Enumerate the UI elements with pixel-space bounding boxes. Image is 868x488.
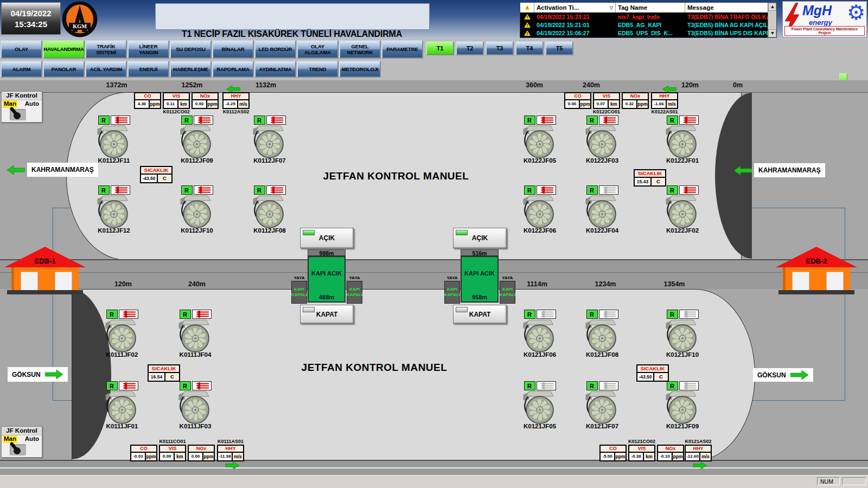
sensor-title: NOx xyxy=(189,446,214,453)
nav-button-parametre[interactable]: PARAMETRE xyxy=(381,40,423,59)
fan-id-label: K0122JF03 xyxy=(586,157,618,164)
direction-arrow-icon xyxy=(733,165,752,176)
fan-id-label: K0112JF12 xyxy=(98,227,130,234)
man-auto-toggle[interactable] xyxy=(2,108,42,122)
distance-marker: 0m xyxy=(733,81,743,89)
nav-button-havalandirma[interactable]: HAVALANDIRMA xyxy=(43,40,85,59)
alarm-row[interactable]: 04/19/2022 15:23:21nis7_kapi_trafoT3(EDB… xyxy=(520,12,768,21)
pedestrian-door-right: YAYAKAPI KAPALI xyxy=(500,275,515,304)
jetfan-k0122jf03[interactable]: R xyxy=(578,115,627,164)
door-open-button[interactable]: AÇIK xyxy=(453,228,507,248)
temperature-title: SICAKLIK xyxy=(635,170,665,178)
jetfan-k0121jf10[interactable]: R xyxy=(658,310,707,358)
nav-button-li-neer-yangin[interactable]: LİNEER YANGIN xyxy=(127,40,169,59)
fan-run-badge: R xyxy=(180,381,191,390)
jetfan-k0121jf09[interactable]: R xyxy=(658,381,707,429)
jetfan-k0121jf05[interactable]: R xyxy=(515,381,564,429)
jetfan-k0111jf01[interactable]: R xyxy=(98,381,146,429)
nav-button-aci-l-yardim[interactable]: ACİL YARDIM xyxy=(85,61,127,78)
building-door xyxy=(792,272,809,292)
fan-id-label: K0111JF04 xyxy=(180,351,212,358)
sensor-group-k0121as02: K0121AS02HHY-12.60m/s xyxy=(685,439,712,461)
jetfan-k0121jf07[interactable]: R xyxy=(578,381,627,429)
scroll-down-icon[interactable] xyxy=(768,29,776,37)
fan-run-badge: R xyxy=(667,115,678,125)
alarm-tag: EDB5_AG_KAPI xyxy=(616,21,685,29)
nav-button-trend[interactable]: TREND xyxy=(297,61,339,78)
page-title: T1 NECİP FAZIL KISAKÜREK TÜNELİ HAVALAND… xyxy=(144,29,439,39)
nav-button-genel-network[interactable]: GENEL NETWORK xyxy=(339,40,381,59)
distance-marker: 1354m xyxy=(664,280,685,288)
road-bottom xyxy=(0,460,868,475)
nav-button-meteoroloji[interactable]: METEOROLOJI xyxy=(339,61,381,78)
alarm-col-activation-time[interactable]: Activation Ti...▽ xyxy=(534,3,616,12)
fan-id-label: K0111JF03 xyxy=(180,423,212,429)
nav-button-alarm[interactable]: ALARM xyxy=(1,61,42,78)
fan-direction-icon xyxy=(119,310,138,319)
door-open-button[interactable]: AÇIK xyxy=(300,228,354,248)
man-auto-toggle[interactable] xyxy=(2,443,42,457)
warning-icon xyxy=(520,12,534,21)
scroll-up-icon[interactable] xyxy=(768,3,776,11)
jetfan-k0112jf11[interactable]: R xyxy=(90,115,138,164)
jetfan-k0122jf04[interactable]: R xyxy=(578,185,627,234)
nav-button-trafi-k-si-stemi[interactable]: TRAFİK SİSTEMİ xyxy=(85,40,127,59)
jetfan-k0112jf12[interactable]: R xyxy=(90,185,138,234)
tab-t5[interactable]: T5 xyxy=(545,41,573,55)
tab-t1[interactable]: T1 xyxy=(426,41,454,55)
alarm-col-message[interactable]: Message xyxy=(685,3,768,12)
jetfan-k0121jf06[interactable]: R xyxy=(515,310,564,358)
auto-label: Auto xyxy=(23,435,41,443)
jetfan-k0122jf01[interactable]: R xyxy=(658,115,707,164)
nav-button-led-bord-r[interactable]: LED BORDÜR xyxy=(254,40,296,59)
nav-button-raporlama[interactable]: RAPORLAMA xyxy=(212,61,254,78)
date-label: 04/19/2022 xyxy=(10,9,51,18)
jetfan-k0121jf08[interactable]: R xyxy=(578,310,627,358)
distance-marker: 360m xyxy=(526,81,543,89)
door-close-button[interactable]: KAPAT xyxy=(453,305,507,324)
nav-button-haberle-me[interactable]: HABERLEŞME xyxy=(170,61,212,78)
jetfan-k0122jf06[interactable]: R xyxy=(515,185,564,234)
nav-button-su-deposu[interactable]: SU DEPOSU xyxy=(170,40,212,59)
sensor-title: HHY xyxy=(652,93,677,100)
direction-arrow-icon xyxy=(7,165,25,175)
fan-direction-icon xyxy=(599,185,618,195)
sensor-station-label: K0111CO01 xyxy=(130,439,215,445)
jetfan-k0112jf09[interactable]: R xyxy=(173,115,221,164)
tab-t4[interactable]: T4 xyxy=(515,41,544,55)
nav-button-olay[interactable]: OLAY xyxy=(1,40,42,59)
fan-icon xyxy=(584,319,620,352)
tab-t3[interactable]: T3 xyxy=(486,41,514,55)
jetfan-k0111jf03[interactable]: R xyxy=(171,381,220,429)
nav-button-panolar[interactable]: PANOLAR xyxy=(43,61,85,78)
alarm-row[interactable]: 04/19/2022 15:21:01EDB5_AG_KAPIT3(EDB5) … xyxy=(520,21,768,29)
title-input-box[interactable] xyxy=(155,3,430,30)
alarm-scrollbar[interactable] xyxy=(768,3,776,37)
sensor-value: -11.98 xyxy=(218,453,233,460)
nav-button-aydinlatma[interactable]: AYDINLATMA xyxy=(254,61,296,78)
jetfan-k0112jf07[interactable]: R xyxy=(245,115,294,164)
alarm-row[interactable]: 04/19/2022 15:06:27EDB5_UPS_DIS_K...T3(E… xyxy=(520,29,768,37)
temperature-box: SICAKLIK-43.50C xyxy=(140,166,173,183)
fan-id-label: K0112JF11 xyxy=(98,157,130,164)
nav-button-enerji[interactable]: ENERJİ xyxy=(127,61,169,78)
nav-button-bi-nalar[interactable]: BİNALAR xyxy=(212,40,254,59)
alarm-tag: nis7_kapi_trafo xyxy=(616,12,685,21)
fan-direction-icon xyxy=(537,185,556,195)
jetfan-k0112jf10[interactable]: R xyxy=(173,185,221,234)
fan-icon xyxy=(522,319,558,352)
nav-button-olay-algilama[interactable]: OLAY ALGILAMA xyxy=(297,40,339,59)
jetfan-k0111jf04[interactable]: R xyxy=(171,310,220,358)
jetfan-k0112jf08[interactable]: R xyxy=(245,185,294,234)
warning-icon xyxy=(520,29,534,37)
direction-sign-g-ksun: GÖKSUN xyxy=(753,368,813,382)
jetfan-k0122jf02[interactable]: R xyxy=(658,185,707,234)
temperature-title: SICAKLIK xyxy=(149,365,179,373)
fan-icon xyxy=(177,319,213,352)
jetfan-k0122jf05[interactable]: R xyxy=(515,115,564,164)
tab-t2[interactable]: T2 xyxy=(456,41,484,55)
alarm-col-tag-name[interactable]: Tag Name xyxy=(616,3,685,12)
jetfan-k0111jf02[interactable]: R xyxy=(98,310,146,358)
fan-icon xyxy=(584,125,620,158)
door-close-button[interactable]: KAPAT xyxy=(300,305,354,324)
